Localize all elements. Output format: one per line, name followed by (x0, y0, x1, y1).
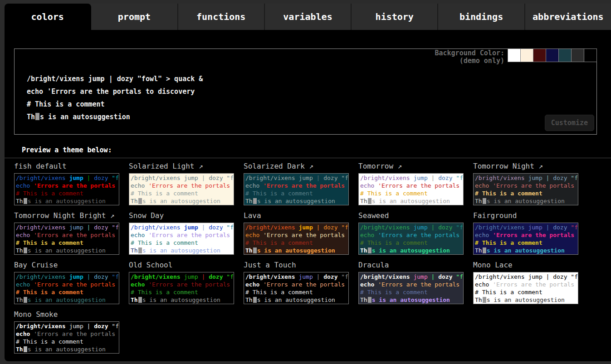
theme-command-line: /bright/vixens jump | dozy "fowl" > quac… (360, 174, 462, 182)
preview-theme-heading: Preview a theme below: (22, 146, 112, 154)
theme-comment-line: # This is a comment (16, 189, 117, 197)
theme-card[interactable]: Just a Touch/bright/vixens jump | dozy "… (244, 261, 349, 304)
theme-autosuggestion-line: Ths is an autosuggestion (16, 197, 117, 205)
theme-autosuggestion-line: Ths is an autosuggestion (360, 247, 462, 254)
terminal-demo-box: Background Color: (demo only) /bright/vi… (14, 49, 597, 135)
theme-preview-box[interactable]: /bright/vixens jump | dozy "fowl" > quac… (358, 223, 464, 255)
theme-title[interactable]: Snow Day (129, 211, 234, 223)
theme-title[interactable]: Mono Lace (473, 261, 578, 272)
theme-preview-box[interactable]: /bright/vixens jump | dozy "fowl" > quac… (473, 223, 578, 255)
theme-title[interactable]: Bay Cruise (14, 261, 119, 272)
theme-title[interactable]: Tomorrow Night ↗ (473, 162, 578, 173)
customize-button[interactable]: Customize (545, 115, 594, 131)
theme-command-line: /bright/vixens jump | dozy "fowl" > quac… (475, 223, 577, 231)
theme-comment-line: # This is a comment (360, 239, 462, 247)
theme-preview-box[interactable]: /bright/vixens jump | dozy "fowl" > quac… (129, 272, 234, 304)
theme-preview-box[interactable]: /bright/vixens jump | dozy "fowl" > quac… (14, 272, 119, 304)
theme-cursor (483, 297, 486, 303)
theme-title[interactable]: Lava (244, 211, 349, 223)
theme-autosuggestion-line: Ths is an autosuggestion (475, 197, 577, 205)
theme-title[interactable]: Just a Touch (244, 261, 349, 272)
background-swatch-6[interactable] (584, 49, 597, 62)
theme-comment-line: # This is a comment (475, 288, 577, 296)
theme-grid: fish default/bright/vixens jump | dozy "… (14, 162, 578, 354)
theme-preview-box[interactable]: /bright/vixens jump | dozy "fowl" > quac… (473, 272, 578, 304)
theme-title[interactable]: Solarized Light ↗ (129, 162, 234, 173)
theme-preview-box[interactable]: /bright/vixens jump | dozy "fowl" > quac… (14, 223, 119, 255)
tab-bindings[interactable]: bindings (438, 4, 525, 30)
tab-abbreviations[interactable]: abbreviations (525, 4, 611, 30)
background-swatch-1[interactable] (520, 49, 533, 62)
theme-command-line: /bright/vixens jump | dozy "fowl" > quac… (360, 273, 462, 281)
theme-cursor (483, 248, 486, 253)
theme-preview-box[interactable]: /bright/vixens jump | dozy "fowl" > quac… (358, 173, 464, 205)
theme-card[interactable]: Mono Lace/bright/vixens jump | dozy "fow… (473, 261, 578, 304)
theme-cursor (253, 297, 257, 303)
theme-card[interactable]: Solarized Dark ↗/bright/vixens jump | do… (244, 162, 349, 205)
theme-title[interactable]: Solarized Dark ↗ (244, 162, 349, 173)
theme-preview-box[interactable]: /bright/vixens jump | dozy "fowl" > quac… (244, 173, 349, 205)
theme-preview-box[interactable]: /bright/vixens jump | dozy "fowl" > quac… (244, 272, 349, 304)
theme-card[interactable]: Tomorrow Night Bright ↗/bright/vixens ju… (14, 211, 119, 255)
theme-card[interactable]: Bay Cruise/bright/vixens jump | dozy "fo… (14, 261, 119, 304)
theme-error-line: echo 'Errors are the portals to discover… (16, 231, 117, 239)
theme-title[interactable]: Seaweed (358, 211, 464, 223)
theme-title[interactable]: Dracula (358, 261, 464, 272)
theme-comment-line: # This is a comment (131, 288, 232, 296)
background-swatch-5[interactable] (571, 49, 584, 62)
theme-card[interactable]: Lava/bright/vixens jump | dozy "fowl" > … (244, 211, 349, 255)
theme-title[interactable]: Fairground (473, 211, 578, 223)
background-swatch-3[interactable] (546, 49, 559, 62)
theme-error-line: echo 'Errors are the portals to discover… (475, 231, 577, 239)
theme-error-line: echo 'Errors are the portals to discover… (16, 182, 117, 189)
theme-title[interactable]: Tomorrow ↗ (358, 162, 464, 173)
theme-autosuggestion-line: Ths is an autosuggestion (475, 296, 577, 304)
sample-comment-line: # This is a comment (27, 98, 203, 111)
tab-variables[interactable]: variables (265, 4, 352, 30)
theme-error-line: echo 'Errors are the portals to discover… (131, 231, 232, 239)
theme-error-line: echo 'Errors are the portals to discover… (16, 281, 117, 288)
theme-command-line: /bright/vixens jump | dozy "fowl" > quac… (16, 223, 117, 231)
theme-card[interactable]: Fairground/bright/vixens jump | dozy "fo… (473, 211, 578, 255)
theme-error-line: echo 'Errors are the portals to discover… (475, 281, 577, 288)
theme-title[interactable]: Tomorrow Night Bright ↗ (14, 211, 119, 223)
tab-prompt[interactable]: prompt (91, 4, 178, 30)
theme-card[interactable]: Tomorrow Night ↗/bright/vixens jump | do… (473, 162, 578, 205)
theme-comment-line: # This is a comment (16, 239, 117, 247)
theme-autosuggestion-line: Ths is an autosuggestion (16, 345, 117, 353)
theme-autosuggestion-line: Ths is an autosuggestion (131, 197, 232, 205)
theme-card[interactable]: Snow Day/bright/vixens jump | dozy "fowl… (129, 211, 234, 255)
theme-title[interactable]: Old School (129, 261, 234, 272)
theme-preview-box[interactable]: /bright/vixens jump | dozy "fowl" > quac… (14, 321, 119, 354)
theme-title[interactable]: Mono Smoke (14, 310, 119, 321)
theme-card[interactable]: Solarized Light ↗/bright/vixens jump | d… (129, 162, 234, 205)
theme-title[interactable]: fish default (14, 162, 119, 173)
background-swatch-0[interactable] (508, 49, 521, 62)
theme-preview-box[interactable]: /bright/vixens jump | dozy "fowl" > quac… (129, 173, 234, 205)
background-swatch-4[interactable] (558, 49, 572, 62)
theme-card[interactable]: Dracula/bright/vixens jump | dozy "fowl"… (358, 261, 464, 304)
theme-card[interactable]: Mono Smoke/bright/vixens jump | dozy "fo… (14, 310, 119, 354)
theme-command-line: /bright/vixens jump | dozy "fowl" > quac… (16, 322, 117, 330)
theme-preview-box[interactable]: /bright/vixens jump | dozy "fowl" > quac… (473, 173, 578, 205)
theme-comment-line: # This is a comment (245, 239, 347, 247)
background-color-label: Background Color: (demo only) (435, 49, 508, 65)
theme-preview-box[interactable]: /bright/vixens jump | dozy "fowl" > quac… (358, 272, 464, 304)
tab-history[interactable]: history (352, 4, 438, 30)
theme-cursor (138, 297, 142, 303)
background-swatch-2[interactable] (533, 49, 546, 62)
theme-autosuggestion-line: Ths is an autosuggestion (245, 247, 347, 254)
theme-card[interactable]: Tomorrow ↗/bright/vixens jump | dozy "fo… (358, 162, 464, 205)
theme-card[interactable]: Old School/bright/vixens jump | dozy "fo… (129, 261, 234, 304)
tab-colors[interactable]: colors (5, 4, 91, 30)
theme-preview-box[interactable]: /bright/vixens jump | dozy "fowl" > quac… (129, 223, 234, 255)
tab-functions[interactable]: functions (178, 4, 265, 30)
theme-cursor (368, 248, 371, 253)
theme-preview-box[interactable]: /bright/vixens jump | dozy "fowl" > quac… (244, 223, 349, 255)
theme-card[interactable]: fish default/bright/vixens jump | dozy "… (14, 162, 119, 205)
theme-cursor (483, 198, 486, 204)
theme-cursor (138, 198, 142, 204)
theme-error-line: echo 'Errors are the portals to discover… (475, 182, 577, 189)
theme-preview-box[interactable]: /bright/vixens jump | dozy "fowl" > quac… (14, 173, 119, 205)
theme-card[interactable]: Seaweed/bright/vixens jump | dozy "fowl"… (358, 211, 464, 255)
